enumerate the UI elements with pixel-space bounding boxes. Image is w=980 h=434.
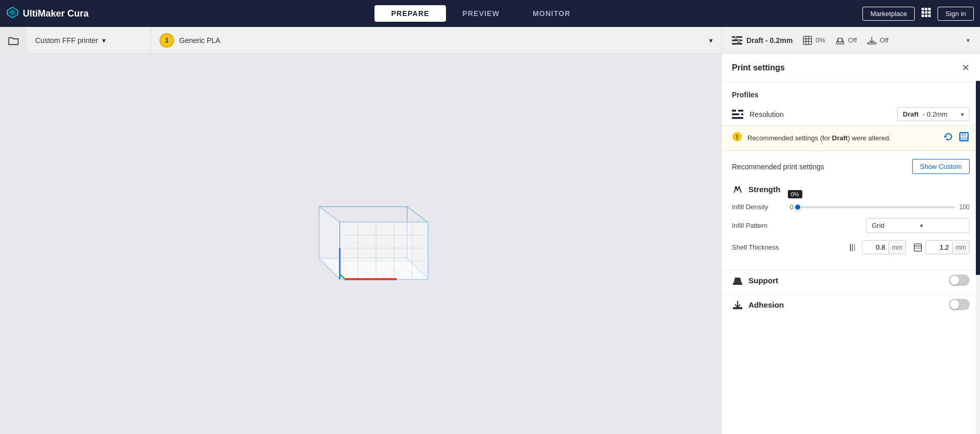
marketplace-button[interactable]: Marketplace	[862, 7, 915, 21]
svg-rect-65	[736, 110, 738, 112]
infill-value: 0%	[815, 36, 825, 44]
3d-box-svg	[278, 186, 443, 300]
adhesion-setting[interactable]: Off	[867, 36, 888, 45]
svg-rect-63	[732, 113, 743, 115]
strength-icon	[732, 183, 743, 195]
recommended-label: Recommended print settings	[732, 163, 824, 171]
top-nav: UltiMaker Cura PREPARE PREVIEW MONITOR M…	[0, 0, 980, 27]
strength-section: Strength Infill Density 0 0% 100	[722, 179, 980, 270]
shell-thickness-label: Shell Thickness	[732, 243, 784, 251]
adhesion-toggle[interactable]	[949, 299, 970, 310]
printer-chevron: ▾	[102, 36, 106, 45]
tab-preview[interactable]: PREVIEW	[446, 5, 516, 22]
recommended-header: Recommended print settings Show Custom	[722, 151, 980, 179]
support-toggle[interactable]	[949, 274, 970, 286]
svg-rect-79	[733, 283, 742, 285]
svg-marker-82	[740, 278, 742, 283]
infill-setting[interactable]: 0%	[803, 36, 825, 45]
scrollbar-thumb	[976, 81, 980, 275]
brand-name: UltiMaker Cura	[23, 8, 89, 19]
shell-top-input[interactable]: mm	[926, 240, 970, 254]
shell-top-value[interactable]	[926, 241, 952, 254]
settings-expand-button[interactable]: ▾	[967, 37, 970, 44]
nav-right: Marketplace Sign in	[862, 7, 974, 21]
support-label-text: Support	[748, 276, 944, 285]
refresh-button[interactable]	[943, 131, 954, 145]
shell-thickness-row: Shell Thickness mm	[732, 240, 970, 254]
infill-min: 0	[790, 204, 794, 211]
adhesion-label: Off	[880, 36, 888, 44]
settings-profile[interactable]: Draft - 0.2mm	[732, 36, 792, 45]
svg-rect-2	[921, 8, 924, 10]
grid-icon[interactable]	[921, 7, 931, 20]
shell-wall-icon	[849, 243, 859, 252]
svg-marker-58	[319, 207, 340, 279]
profiles-section-label: Profiles	[722, 82, 980, 103]
svg-text:!: !	[736, 133, 738, 141]
adhesion-row: Adhesion	[732, 299, 970, 310]
resolution-row: Resolution Draft - 0.2mm ▾	[722, 103, 980, 125]
svg-marker-81	[733, 278, 735, 283]
strength-label: Strength	[748, 185, 781, 194]
infill-pattern-value: Grid	[872, 222, 916, 229]
svg-rect-12	[732, 39, 742, 41]
support-setting[interactable]: Off	[835, 36, 857, 45]
infill-pattern-row: Infill Pattern Grid ▾	[732, 218, 970, 233]
main-content: Print settings ✕ Profiles Resolution Dra…	[0, 54, 980, 434]
printer-select[interactable]: Custom FFF printer ▾	[27, 27, 151, 53]
svg-rect-3	[925, 8, 928, 10]
svg-rect-25	[868, 42, 876, 44]
material-select[interactable]: 1 Generic PLA ▾	[151, 27, 721, 53]
resolution-suffix: - 0.2mm	[923, 110, 947, 118]
infill-slider-track[interactable]: 0%	[798, 206, 955, 208]
close-button[interactable]: ✕	[962, 62, 970, 74]
resolution-icon	[732, 110, 743, 119]
shell-wall-value[interactable]	[862, 241, 888, 254]
tab-monitor[interactable]: MONITOR	[516, 5, 587, 22]
signin-button[interactable]: Sign in	[938, 7, 974, 21]
svg-marker-50	[340, 222, 428, 279]
infill-density-label: Infill Density	[732, 203, 784, 211]
resolution-label: Resolution	[750, 110, 891, 119]
resolution-select[interactable]: Draft - 0.2mm ▾	[897, 107, 970, 121]
side-panel: Print settings ✕ Profiles Resolution Dra…	[721, 54, 980, 434]
alert-prefix: Recommended settings (for	[747, 134, 832, 142]
printer-name: Custom FFF printer	[35, 36, 98, 45]
viewport[interactable]	[0, 54, 721, 434]
svg-rect-16	[803, 36, 812, 45]
shell-wall-input[interactable]: mm	[862, 240, 906, 254]
svg-rect-64	[732, 117, 743, 119]
alert-actions	[943, 131, 970, 145]
show-custom-button[interactable]: Show Custom	[912, 159, 970, 174]
strength-header: Strength	[732, 183, 970, 195]
support-section: Support	[722, 270, 980, 294]
panel-body: Profiles Resolution Draft - 0.2mm ▾	[722, 82, 980, 434]
brand: UltiMaker Cura	[6, 6, 89, 21]
support-row: Support	[732, 274, 970, 286]
alert-row: ! Recommended settings (for Draft) were …	[722, 125, 980, 151]
svg-rect-8	[921, 15, 924, 17]
infill-pattern-select[interactable]: Grid ▾	[866, 218, 970, 233]
panel-scrollbar[interactable]	[976, 81, 980, 434]
settings-bar: Draft - 0.2mm 0% Off	[721, 27, 980, 53]
svg-rect-9	[925, 15, 928, 17]
infill-max: 100	[959, 204, 970, 211]
toolbar-row: Custom FFF printer ▾ 1 Generic PLA ▾ Dra…	[0, 27, 980, 54]
panel-title: Print settings	[732, 63, 785, 73]
adhesion-section: Adhesion	[722, 294, 980, 319]
alert-suffix: ) were altered.	[848, 134, 891, 142]
resolution-value: Draft	[903, 110, 918, 118]
adhesion-icon	[732, 299, 743, 310]
shell-top-unit: mm	[952, 241, 969, 254]
alert-text: Recommended settings (for Draft) were al…	[747, 134, 938, 142]
svg-rect-15	[738, 39, 740, 42]
material-name: Generic PLA	[179, 36, 220, 45]
infill-tooltip: 0%	[788, 190, 802, 198]
folder-button[interactable]	[0, 27, 27, 54]
support-label: Off	[848, 36, 857, 44]
tab-prepare[interactable]: PREPARE	[374, 5, 446, 22]
infill-density-row: Infill Density 0 0% 100	[732, 203, 970, 211]
alert-icon: !	[732, 132, 742, 144]
infill-slider-container: 0 0% 100	[790, 204, 970, 211]
save-profile-button[interactable]	[958, 131, 970, 145]
